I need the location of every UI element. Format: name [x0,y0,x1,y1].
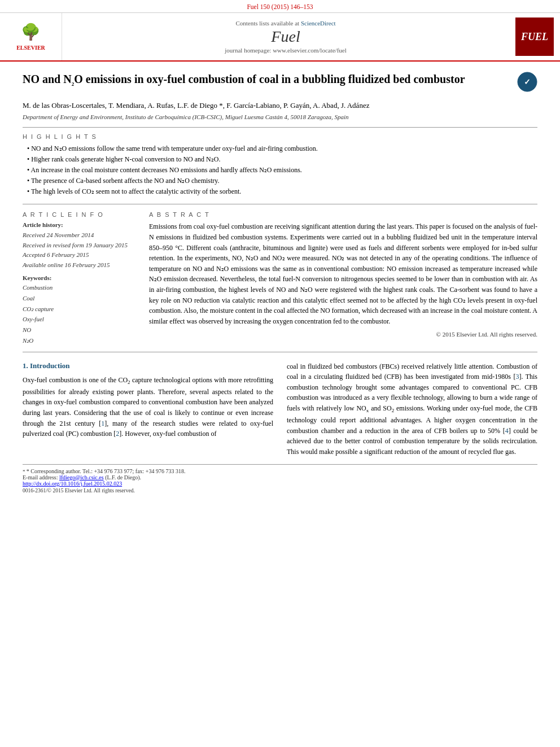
keyword-item: NO [23,325,135,335]
abstract-label: A B S T R A C T [149,211,537,218]
highlights-list: NO and N₂O emissions follow the same tre… [23,143,537,198]
so2-sub: 2 [392,408,395,413]
journal-title-area: Contents lists available at ScienceDirec… [62,13,509,60]
keywords-section: Keywords: Combustion Coal CO₂ capture Ox… [23,274,135,346]
footnote-left: * * Corresponding author. Tel.: +34 976 … [23,468,537,493]
contents-text: Contents lists available at [235,20,299,27]
intro-right: coal in fluidized bed combustors (FBCs) … [287,361,537,457]
authors-text: M. de las Obras-Loscertales, T. Mendiara… [23,101,369,110]
keyword-item: Combustion [23,282,135,293]
intro-left: 1. Introduction Oxy-fuel combustion is o… [23,361,273,457]
highlight-item: Higher rank coals generate higher N-coal… [27,154,537,165]
badge-label: FUEL [521,31,548,43]
nox-sub: x [366,408,369,413]
footnote-section: * * Corresponding author. Tel.: +34 976 … [23,464,537,493]
intro-number: 1. [23,361,28,370]
doi-link[interactable]: http://dx.doi.org/10.1016/j.fuel.2015.02… [23,480,122,487]
authors-line: M. de las Obras-Loscertales, T. Mendiara… [23,100,537,111]
issn-line: 0016-2361/© 2015 Elsevier Ltd. All right… [23,488,537,493]
article-history: Article history: Received 24 November 20… [23,220,135,270]
keyword-item: Coal [23,293,135,304]
email-suffix: (L.F. de Diego). [105,474,141,480]
main-content: NO and N2O emissions in oxy-fuel combust… [0,62,560,499]
corresponding-author: * * Corresponding author. Tel.: +34 976 … [23,468,537,474]
highlight-item: The presence of Ca-based sorbent affects… [27,176,537,186]
doi-line: http://dx.doi.org/10.1016/j.fuel.2015.02… [23,480,537,487]
intro-right-text: coal in fluidized bed combustors (FBCs) … [287,361,537,457]
highlight-item: The high levels of CO₂ seem not to affec… [27,186,537,197]
elsevier-logo-area: 🌳 ELSEVIER [0,13,62,60]
co2-sub: 2 [128,379,130,385]
email-line: E-mail address: lfdiego@icb.csic.es (L.F… [23,474,537,480]
ref-1[interactable]: 1 [101,420,104,427]
journal-badge-area: FUEL [509,13,560,60]
fn-star: * [23,469,27,474]
highlights-section: H I G H L I G H T S NO and N₂O emissions… [23,133,537,198]
article-title-text: NO and N2O emissions in oxy-fuel combust… [23,72,517,88]
keywords-label: Keywords: [23,274,135,281]
article-info-label: A R T I C L E I N F O [23,211,135,218]
received-date: Received 24 November 2014 [23,231,94,238]
elsevier-logo: 🌳 ELSEVIER [16,22,45,51]
keyword-item: Oxy-fuel [23,314,135,325]
affiliation-text: Department of Energy and Environment, In… [23,113,537,120]
email-label: E-mail address: [23,474,58,480]
sciencedirect-link[interactable]: ScienceDirect [301,20,336,27]
highlights-label: H I G H L I G H T S [23,133,537,140]
article-info-col: A R T I C L E I N F O Article history: R… [23,211,135,346]
svg-text:✓: ✓ [524,78,531,86]
article-title-block: NO and N2O emissions in oxy-fuel combust… [23,72,537,92]
divider-2 [23,204,537,204]
intro-heading: 1. Introduction [23,361,273,370]
ref-3[interactable]: 3 [515,373,519,381]
citation-bar: Fuel 150 (2015) 146–153 [0,0,560,13]
ref-2[interactable]: 2 [116,430,119,438]
journal-homepage: journal homepage: www.elsevier.com/locat… [225,47,347,54]
revised-date: Received in revised form 19 January 2015 [23,242,128,248]
history-label: Article history: [23,220,135,230]
divider-3 [23,352,537,352]
abstract-col: A B S T R A C T Emissions from coal oxy-… [149,211,537,346]
highlight-item: An increase in the coal moisture content… [27,165,537,176]
email-link[interactable]: lfdiego@icb.csic.es [59,474,104,480]
introduction-section: 1. Introduction Oxy-fuel combustion is o… [23,361,537,457]
sciencedirect-line: Contents lists available at ScienceDirec… [235,20,335,27]
corresponding-text: * Corresponding author. Tel.: +34 976 73… [27,468,186,474]
citation-text: Fuel 150 (2015) 146–153 [247,3,313,10]
accepted-date: Accepted 6 February 2015 [23,251,89,258]
available-date: Available online 16 February 2015 [23,261,110,268]
elsevier-label: ELSEVIER [16,45,45,51]
abstract-text: Emissions from coal oxy-fuel combustion … [149,221,537,326]
journal-name: Fuel [271,28,300,46]
keywords-list: Combustion Coal CO₂ capture Oxy-fuel NO … [23,282,135,346]
keyword-item: N₂O [23,335,135,346]
keyword-item: CO₂ capture [23,304,135,314]
highlight-item: NO and N₂O emissions follow the same tre… [27,143,537,154]
article-info-abstract: A R T I C L E I N F O Article history: R… [23,211,537,346]
journal-header: 🌳 ELSEVIER Contents lists available at S… [0,13,560,62]
copyright-text: © 2015 Elsevier Ltd. All rights reserved… [149,331,537,338]
n2o-sub: 2 [72,81,75,87]
tree-icon: 🌳 [16,22,45,42]
fuel-badge: FUEL [515,18,554,56]
divider-1 [23,127,537,128]
ref-4[interactable]: 4 [505,427,509,435]
intro-title: Introduction [30,361,70,370]
crossmark-badge: ✓ [517,72,537,92]
intro-left-text: Oxy-fuel combustion is one of the CO2 ca… [23,375,273,439]
